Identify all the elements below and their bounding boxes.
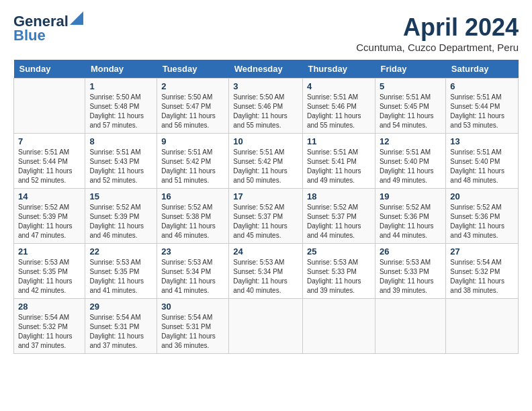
day-sun-info: Sunrise: 5:52 AM Sunset: 5:39 PM Dayligh… xyxy=(89,203,152,240)
calendar-cell: 14Sunrise: 5:52 AM Sunset: 5:39 PM Dayli… xyxy=(14,189,85,244)
calendar-cell: 12Sunrise: 5:51 AM Sunset: 5:40 PM Dayli… xyxy=(375,134,445,189)
calendar-cell: 28Sunrise: 5:54 AM Sunset: 5:32 PM Dayli… xyxy=(14,299,85,354)
calendar-week-row: 7Sunrise: 5:51 AM Sunset: 5:44 PM Daylig… xyxy=(14,134,519,189)
day-of-week-header: Wednesday xyxy=(229,60,303,79)
calendar-cell: 24Sunrise: 5:53 AM Sunset: 5:34 PM Dayli… xyxy=(229,244,303,299)
day-number: 29 xyxy=(89,302,152,312)
day-number: 11 xyxy=(307,136,371,146)
day-number: 10 xyxy=(233,136,298,146)
calendar-table: SundayMondayTuesdayWednesdayThursdayFrid… xyxy=(13,60,519,354)
day-number: 30 xyxy=(161,302,224,312)
calendar-cell: 18Sunrise: 5:52 AM Sunset: 5:37 PM Dayli… xyxy=(302,189,375,244)
day-sun-info: Sunrise: 5:53 AM Sunset: 5:34 PM Dayligh… xyxy=(233,258,298,295)
day-number: 21 xyxy=(18,246,81,257)
day-number: 22 xyxy=(89,246,152,257)
day-sun-info: Sunrise: 5:51 AM Sunset: 5:43 PM Dayligh… xyxy=(89,148,152,185)
page-header: General Blue April 2024 Ccuntuma, Cuzco … xyxy=(13,13,519,53)
day-number: 2 xyxy=(161,81,224,91)
calendar-cell: 7Sunrise: 5:51 AM Sunset: 5:44 PM Daylig… xyxy=(14,134,85,189)
calendar-cell: 5Sunrise: 5:51 AM Sunset: 5:45 PM Daylig… xyxy=(375,79,445,134)
day-number: 4 xyxy=(307,81,371,91)
logo-blue: Blue xyxy=(13,27,46,44)
day-number: 26 xyxy=(380,246,441,257)
calendar-cell xyxy=(229,299,303,354)
calendar-cell: 1Sunrise: 5:50 AM Sunset: 5:48 PM Daylig… xyxy=(85,79,157,134)
day-sun-info: Sunrise: 5:51 AM Sunset: 5:40 PM Dayligh… xyxy=(380,148,441,185)
day-sun-info: Sunrise: 5:51 AM Sunset: 5:44 PM Dayligh… xyxy=(450,93,514,130)
day-sun-info: Sunrise: 5:52 AM Sunset: 5:36 PM Dayligh… xyxy=(450,203,514,240)
calendar-cell: 16Sunrise: 5:52 AM Sunset: 5:38 PM Dayli… xyxy=(157,189,229,244)
day-sun-info: Sunrise: 5:54 AM Sunset: 5:32 PM Dayligh… xyxy=(18,313,81,351)
calendar-cell: 23Sunrise: 5:53 AM Sunset: 5:34 PM Dayli… xyxy=(157,244,229,299)
calendar-cell: 8Sunrise: 5:51 AM Sunset: 5:43 PM Daylig… xyxy=(85,134,157,189)
calendar-cell: 6Sunrise: 5:51 AM Sunset: 5:44 PM Daylig… xyxy=(446,79,519,134)
day-sun-info: Sunrise: 5:52 AM Sunset: 5:39 PM Dayligh… xyxy=(18,203,81,240)
day-number: 23 xyxy=(161,246,224,257)
day-sun-info: Sunrise: 5:51 AM Sunset: 5:42 PM Dayligh… xyxy=(161,148,224,185)
day-number: 28 xyxy=(18,302,81,312)
calendar-cell: 15Sunrise: 5:52 AM Sunset: 5:39 PM Dayli… xyxy=(85,189,157,244)
calendar-week-row: 14Sunrise: 5:52 AM Sunset: 5:39 PM Dayli… xyxy=(14,189,519,244)
day-sun-info: Sunrise: 5:54 AM Sunset: 5:31 PM Dayligh… xyxy=(161,313,224,351)
calendar-cell: 25Sunrise: 5:53 AM Sunset: 5:33 PM Dayli… xyxy=(302,244,375,299)
location-subtitle: Ccuntuma, Cuzco Department, Peru xyxy=(356,42,519,53)
logo-icon xyxy=(70,11,83,25)
day-sun-info: Sunrise: 5:50 AM Sunset: 5:47 PM Dayligh… xyxy=(161,93,224,130)
calendar-cell: 26Sunrise: 5:53 AM Sunset: 5:33 PM Dayli… xyxy=(375,244,445,299)
day-sun-info: Sunrise: 5:53 AM Sunset: 5:33 PM Dayligh… xyxy=(307,258,371,295)
day-sun-info: Sunrise: 5:50 AM Sunset: 5:46 PM Dayligh… xyxy=(233,93,298,130)
calendar-header-row: SundayMondayTuesdayWednesdayThursdayFrid… xyxy=(14,60,519,79)
calendar-cell: 20Sunrise: 5:52 AM Sunset: 5:36 PM Dayli… xyxy=(446,189,519,244)
day-sun-info: Sunrise: 5:53 AM Sunset: 5:35 PM Dayligh… xyxy=(89,258,152,295)
day-of-week-header: Saturday xyxy=(446,60,519,79)
logo: General Blue xyxy=(13,13,83,44)
day-sun-info: Sunrise: 5:53 AM Sunset: 5:33 PM Dayligh… xyxy=(380,258,441,295)
calendar-cell: 2Sunrise: 5:50 AM Sunset: 5:47 PM Daylig… xyxy=(157,79,229,134)
calendar-cell: 29Sunrise: 5:54 AM Sunset: 5:31 PM Dayli… xyxy=(85,299,157,354)
day-sun-info: Sunrise: 5:52 AM Sunset: 5:37 PM Dayligh… xyxy=(307,203,371,240)
day-sun-info: Sunrise: 5:50 AM Sunset: 5:48 PM Dayligh… xyxy=(89,93,152,130)
day-number: 7 xyxy=(18,136,81,146)
day-number: 1 xyxy=(89,81,152,91)
day-sun-info: Sunrise: 5:51 AM Sunset: 5:42 PM Dayligh… xyxy=(233,148,298,185)
title-section: April 2024 Ccuntuma, Cuzco Department, P… xyxy=(356,13,519,53)
day-of-week-header: Monday xyxy=(85,60,157,79)
calendar-cell xyxy=(375,299,445,354)
day-number: 8 xyxy=(89,136,152,146)
calendar-cell xyxy=(302,299,375,354)
calendar-week-row: 1Sunrise: 5:50 AM Sunset: 5:48 PM Daylig… xyxy=(14,79,519,134)
calendar-cell: 30Sunrise: 5:54 AM Sunset: 5:31 PM Dayli… xyxy=(157,299,229,354)
day-number: 6 xyxy=(450,81,514,91)
day-of-week-header: Thursday xyxy=(302,60,375,79)
calendar-cell: 11Sunrise: 5:51 AM Sunset: 5:41 PM Dayli… xyxy=(302,134,375,189)
day-number: 5 xyxy=(380,81,441,91)
day-sun-info: Sunrise: 5:54 AM Sunset: 5:31 PM Dayligh… xyxy=(89,313,152,351)
day-number: 9 xyxy=(161,136,224,146)
day-number: 12 xyxy=(380,136,441,146)
calendar-cell: 10Sunrise: 5:51 AM Sunset: 5:42 PM Dayli… xyxy=(229,134,303,189)
day-sun-info: Sunrise: 5:51 AM Sunset: 5:46 PM Dayligh… xyxy=(307,93,371,130)
calendar-cell: 22Sunrise: 5:53 AM Sunset: 5:35 PM Dayli… xyxy=(85,244,157,299)
calendar-cell xyxy=(446,299,519,354)
calendar-cell: 4Sunrise: 5:51 AM Sunset: 5:46 PM Daylig… xyxy=(302,79,375,134)
day-sun-info: Sunrise: 5:53 AM Sunset: 5:35 PM Dayligh… xyxy=(18,258,81,295)
day-sun-info: Sunrise: 5:52 AM Sunset: 5:36 PM Dayligh… xyxy=(380,203,441,240)
day-number: 3 xyxy=(233,81,298,91)
day-number: 17 xyxy=(233,191,298,201)
day-sun-info: Sunrise: 5:54 AM Sunset: 5:32 PM Dayligh… xyxy=(450,258,514,295)
day-number: 20 xyxy=(450,191,514,201)
day-number: 14 xyxy=(18,191,81,201)
calendar-cell: 3Sunrise: 5:50 AM Sunset: 5:46 PM Daylig… xyxy=(229,79,303,134)
day-sun-info: Sunrise: 5:51 AM Sunset: 5:41 PM Dayligh… xyxy=(307,148,371,185)
day-sun-info: Sunrise: 5:52 AM Sunset: 5:37 PM Dayligh… xyxy=(233,203,298,240)
month-year-title: April 2024 xyxy=(356,13,519,42)
day-of-week-header: Friday xyxy=(375,60,445,79)
day-sun-info: Sunrise: 5:51 AM Sunset: 5:45 PM Dayligh… xyxy=(380,93,441,130)
day-of-week-header: Tuesday xyxy=(157,60,229,79)
calendar-cell: 17Sunrise: 5:52 AM Sunset: 5:37 PM Dayli… xyxy=(229,189,303,244)
calendar-week-row: 28Sunrise: 5:54 AM Sunset: 5:32 PM Dayli… xyxy=(14,299,519,354)
day-of-week-header: Sunday xyxy=(14,60,85,79)
day-sun-info: Sunrise: 5:51 AM Sunset: 5:40 PM Dayligh… xyxy=(450,148,514,185)
calendar-cell: 19Sunrise: 5:52 AM Sunset: 5:36 PM Dayli… xyxy=(375,189,445,244)
calendar-cell: 13Sunrise: 5:51 AM Sunset: 5:40 PM Dayli… xyxy=(446,134,519,189)
